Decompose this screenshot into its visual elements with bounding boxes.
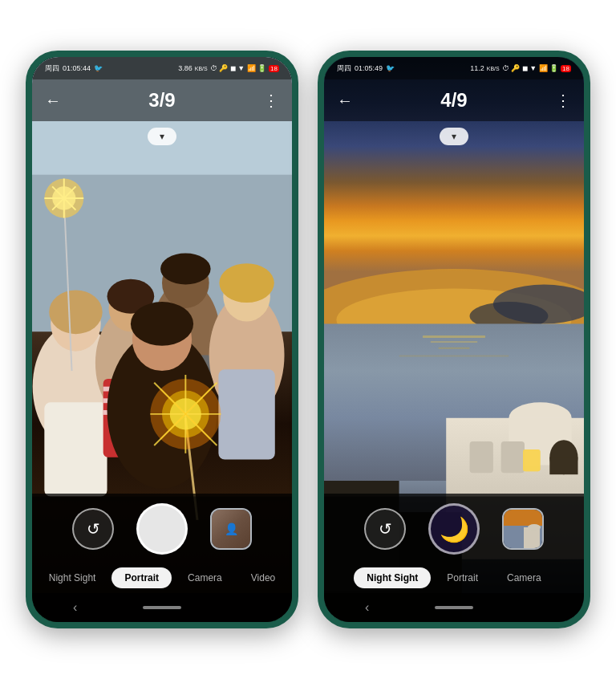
gallery-thumbnail-icon xyxy=(504,510,542,548)
dropdown-btn-1[interactable]: ▾ xyxy=(148,128,176,145)
page-counter-1: 3/9 xyxy=(148,89,175,112)
back-button-1[interactable]: ← xyxy=(45,91,61,110)
svg-point-19 xyxy=(219,263,274,303)
tab-camera-2[interactable]: Camera xyxy=(494,567,554,588)
gallery-thumb-icon-1: 👤 xyxy=(225,522,238,535)
status-right-1: 3.86 KB/S ⏱ 🔑 ◼ ▼ 📶 🔋 18 xyxy=(178,64,279,72)
badge-1: 18 xyxy=(269,65,279,72)
phone-1-frame: 周四 01:05:44 🐦 3.86 KB/S ⏱ 🔑 ◼ ▼ 📶 🔋 18 ←… xyxy=(26,51,298,628)
svg-point-67 xyxy=(528,524,541,531)
kb-label-2: KB/S xyxy=(487,66,500,71)
nav-back-1[interactable]: ‹ xyxy=(57,594,93,621)
phone-2-frame: 周四 01:05:49 🐦 11.2 KB/S ⏱ 🔑 ◼ ▼ 📶 🔋 18 ←… xyxy=(318,51,590,628)
status-icon-1: 🐦 xyxy=(94,64,103,72)
tab-camera-1[interactable]: Camera xyxy=(175,567,235,588)
top-bar-2: ← 4/9 ⋮ xyxy=(324,79,584,121)
speed-2: 11.2 xyxy=(470,64,484,72)
icons-1: ⏱ 🔑 ◼ ▼ 📶 🔋 xyxy=(210,64,266,72)
tab-night-sight-1[interactable]: Night Sight xyxy=(36,567,109,588)
nav-back-2[interactable]: ‹ xyxy=(349,594,385,621)
tab-portrait-2[interactable]: Portrait xyxy=(434,567,491,588)
phone-1: 周四 01:05:44 🐦 3.86 KB/S ⏱ 🔑 ◼ ▼ 📶 🔋 18 ←… xyxy=(26,51,298,628)
svg-point-4 xyxy=(49,290,102,334)
rotate-button-1[interactable]: ↺ xyxy=(72,508,114,550)
day-label-1: 周四 xyxy=(45,63,59,74)
page-counter-2: 4/9 xyxy=(440,89,467,112)
nav-pill-2 xyxy=(435,606,473,609)
tab-video-1[interactable]: Video xyxy=(238,567,288,588)
rotate-icon-2: ↺ xyxy=(379,519,392,539)
svg-rect-48 xyxy=(423,335,485,338)
svg-rect-5 xyxy=(44,402,107,496)
shutter-button-1[interactable] xyxy=(136,503,188,555)
speed-1: 3.86 xyxy=(178,64,192,72)
status-bar-2: 周四 01:05:49 🐦 11.2 KB/S ⏱ 🔑 ◼ ▼ 📶 🔋 18 xyxy=(324,57,584,79)
more-button-2[interactable]: ⋮ xyxy=(555,91,571,110)
phone-1-screen: 周四 01:05:44 🐦 3.86 KB/S ⏱ 🔑 ◼ ▼ 📶 🔋 18 ←… xyxy=(32,57,292,622)
top-bar-1: ← 3/9 ⋮ xyxy=(32,79,292,121)
icons-2: ⏱ 🔑 ◼ ▼ 📶 🔋 xyxy=(502,64,558,72)
svg-point-23 xyxy=(131,302,193,346)
status-left-1: 周四 01:05:44 🐦 xyxy=(45,63,103,74)
svg-rect-66 xyxy=(524,527,540,548)
camera-buttons-1: ↺ 👤 xyxy=(72,503,252,555)
chevron-down-icon-2: ▾ xyxy=(452,131,456,142)
status-right-2: 11.2 KB/S ⏱ 🔑 ◼ ▼ 📶 🔋 18 xyxy=(470,64,571,72)
status-icon-2: 🐦 xyxy=(386,64,395,72)
time-1: 01:05:44 xyxy=(63,64,91,72)
more-button-1[interactable]: ⋮ xyxy=(263,91,279,110)
svg-rect-50 xyxy=(438,348,469,349)
badge-2: 18 xyxy=(561,65,571,72)
tab-portrait-1[interactable]: Portrait xyxy=(111,567,172,588)
mode-tabs-2: Night Sight Portrait Camera xyxy=(354,567,553,588)
status-bar-1: 周四 01:05:44 🐦 3.86 KB/S ⏱ 🔑 ◼ ▼ 📶 🔋 18 xyxy=(32,57,292,79)
moon-icon: 🌙 xyxy=(440,515,469,543)
shutter-night-button-2[interactable]: 🌙 xyxy=(428,503,480,555)
svg-point-15 xyxy=(160,253,211,284)
svg-rect-51 xyxy=(399,356,509,357)
mode-tabs-1: Night Sight Portrait Camera Video xyxy=(36,567,289,588)
kb-label-1: KB/S xyxy=(195,66,208,71)
time-2: 01:05:49 xyxy=(355,64,383,72)
svg-rect-20 xyxy=(218,369,274,459)
day-label-2: 周四 xyxy=(337,63,351,74)
svg-rect-56 xyxy=(501,441,525,473)
rotate-button-2[interactable]: ↺ xyxy=(364,508,406,550)
nav-pill-1 xyxy=(143,606,181,609)
phone-2: 周四 01:05:49 🐦 11.2 KB/S ⏱ 🔑 ◼ ▼ 📶 🔋 18 ←… xyxy=(318,51,590,628)
nav-bar-1: ‹ ‹ xyxy=(32,593,292,622)
gallery-button-1[interactable]: 👤 xyxy=(210,508,252,550)
nav-bar-2: ‹ ‹ xyxy=(324,593,584,622)
gallery-thumb-1: 👤 xyxy=(212,510,250,548)
dropdown-btn-2[interactable]: ▾ xyxy=(440,128,468,145)
chevron-down-icon-1: ▾ xyxy=(160,131,164,142)
svg-rect-60 xyxy=(549,457,578,475)
back-button-2[interactable]: ← xyxy=(337,91,353,110)
svg-rect-55 xyxy=(470,441,493,473)
gallery-button-2[interactable] xyxy=(502,508,544,550)
svg-rect-58 xyxy=(523,449,541,471)
status-left-2: 周四 01:05:49 🐦 xyxy=(337,63,395,74)
svg-rect-49 xyxy=(431,341,478,343)
tab-night-sight-2[interactable]: Night Sight xyxy=(354,567,431,588)
camera-buttons-2: ↺ 🌙 xyxy=(364,503,544,555)
rotate-icon-1: ↺ xyxy=(87,519,100,539)
gallery-thumb-2 xyxy=(504,510,542,548)
phone-2-screen: 周四 01:05:49 🐦 11.2 KB/S ⏱ 🔑 ◼ ▼ 📶 🔋 18 ←… xyxy=(324,57,584,622)
